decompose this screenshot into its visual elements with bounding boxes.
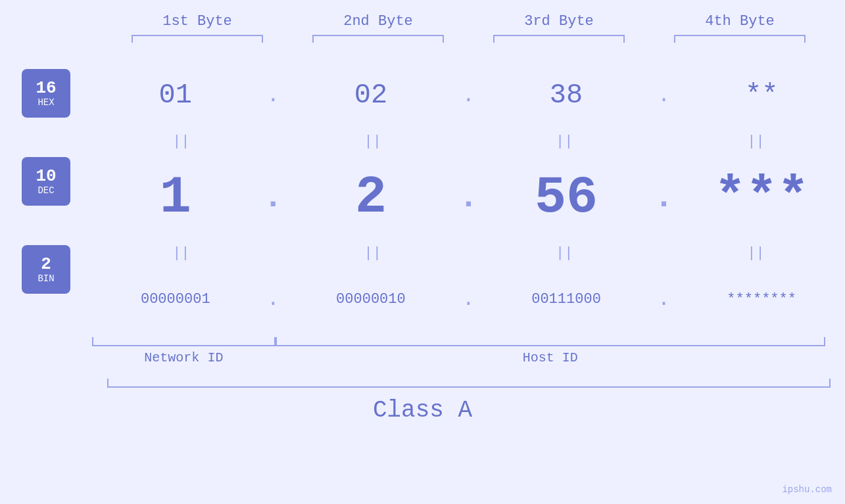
byte-header-4: 4th Byte — [674, 13, 806, 30]
hex-cell-1: 01 — [110, 80, 241, 111]
hex-sep-1: . — [263, 83, 283, 108]
dec-sep-2: . — [458, 179, 478, 216]
bracket-2 — [312, 35, 444, 43]
dec-sep-1: . — [263, 179, 283, 216]
network-host-brackets — [92, 337, 825, 346]
bin-cell-1: 00000001 — [110, 291, 241, 308]
bin-badge: 2 BIN — [22, 245, 70, 294]
hex-row: 01 . 02 . 38 . ** — [92, 62, 845, 128]
top-bracket — [107, 35, 831, 43]
bin-sep-1: . — [263, 287, 283, 311]
eq-1-3: || — [498, 133, 630, 150]
network-host-labels: Network ID Host ID — [92, 350, 825, 365]
dec-badge: 10 DEC — [22, 157, 70, 206]
dec-cell-2: 2 — [305, 168, 437, 227]
dec-row: 1 . 2 . 56 . *** — [92, 154, 845, 240]
labels-column: 16 HEX 10 DEC 2 BIN — [0, 62, 92, 365]
bracket-1 — [132, 35, 263, 43]
hex-badge: 16 HEX — [22, 69, 70, 118]
eq-1-4: || — [690, 133, 822, 150]
hex-cell-3: 38 — [500, 80, 632, 111]
byte-headers: 1st Byte 2nd Byte 3rd Byte 4th Byte — [107, 13, 831, 30]
watermark: ipshu.com — [782, 484, 832, 495]
byte-header-3: 3rd Byte — [493, 13, 625, 30]
bracket-3 — [493, 35, 625, 43]
bin-cell-4: ******** — [696, 291, 827, 308]
host-id-label: Host ID — [276, 350, 825, 365]
main-container: 1st Byte 2nd Byte 3rd Byte 4th Byte 16 H… — [0, 0, 845, 504]
bin-sep-3: . — [654, 287, 674, 311]
host-bracket — [276, 337, 825, 346]
bin-cell-2: 00000010 — [305, 291, 437, 308]
network-bracket — [92, 337, 276, 346]
hex-sep-3: . — [654, 83, 674, 108]
class-label: Class A — [0, 397, 845, 424]
bin-row: 00000001 . 00000010 . 00111000 . *******… — [92, 266, 845, 332]
network-host-section: Network ID Host ID — [92, 337, 845, 365]
hex-sep-2: . — [458, 83, 478, 108]
eq-2-1: || — [115, 245, 247, 262]
eq-2-2: || — [307, 245, 439, 262]
network-id-label: Network ID — [92, 350, 276, 365]
overall-bracket — [107, 378, 831, 388]
rows-area: 01 . 02 . 38 . ** || || — [92, 62, 845, 365]
byte-header-2: 2nd Byte — [312, 13, 444, 30]
hex-cell-4: ** — [696, 80, 827, 111]
eq-row-2: || || || || — [92, 240, 845, 266]
dec-cell-3: 56 — [500, 168, 632, 227]
byte-header-1: 1st Byte — [132, 13, 263, 30]
eq-1-1: || — [115, 133, 247, 150]
eq-1-2: || — [307, 133, 439, 150]
dec-cell-1: 1 — [110, 168, 241, 227]
hex-cell-2: 02 — [305, 80, 437, 111]
eq-2-4: || — [690, 245, 822, 262]
bracket-4 — [674, 35, 806, 43]
eq-row-1: || || || || — [92, 128, 845, 154]
bin-cell-3: 00111000 — [500, 291, 632, 308]
bin-sep-2: . — [458, 287, 478, 311]
eq-2-3: || — [498, 245, 630, 262]
dec-sep-3: . — [654, 179, 674, 216]
content-area: 16 HEX 10 DEC 2 BIN 01 . 02 — [0, 62, 845, 365]
dec-cell-4: *** — [696, 168, 827, 227]
